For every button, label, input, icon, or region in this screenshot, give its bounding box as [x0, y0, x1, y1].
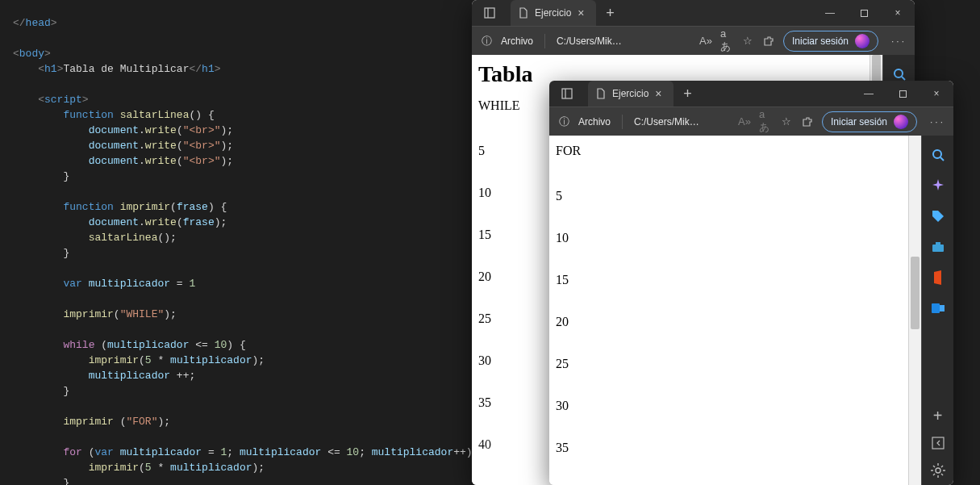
- code-token: <=: [189, 339, 214, 351]
- code-editor[interactable]: </head> <body> <h1>Tabla de Multiplicar<…: [0, 0, 472, 485]
- titlebar[interactable]: Ejercicio × + — ×: [549, 81, 953, 107]
- code-token: (: [139, 354, 145, 366]
- window-minimize-button[interactable]: —: [813, 0, 847, 26]
- code-token: [82, 278, 89, 290]
- code-token: );: [215, 216, 227, 228]
- code-token: "<br>": [183, 140, 221, 152]
- code-token: imprimir: [120, 201, 170, 213]
- tab-close-button[interactable]: ×: [655, 87, 661, 100]
- collapse-sidebar-icon[interactable]: [930, 435, 946, 451]
- svg-point-2: [895, 69, 903, 77]
- window-maximize-button[interactable]: [886, 81, 920, 107]
- code-token: [13, 232, 89, 244]
- code-token: document: [89, 216, 139, 228]
- browser-tab[interactable]: Ejercicio ×: [511, 0, 596, 26]
- code-token: "<br>": [183, 155, 221, 167]
- new-tab-button[interactable]: +: [596, 5, 625, 22]
- svg-rect-4: [562, 89, 572, 98]
- code-token: ++;: [170, 370, 195, 382]
- tag-icon[interactable]: [930, 208, 946, 224]
- toolbox-icon[interactable]: [930, 239, 946, 255]
- code-token: write: [145, 155, 177, 167]
- code-token: script: [44, 94, 82, 106]
- svg-line-18: [933, 466, 935, 467]
- address-path[interactable]: C:/Users/Mik…: [634, 116, 699, 128]
- extensions-icon[interactable]: [801, 115, 814, 128]
- divider: [544, 34, 545, 48]
- svg-rect-11: [940, 305, 945, 311]
- tab-close-button[interactable]: ×: [578, 6, 584, 19]
- sign-in-button[interactable]: Iniciar sesión: [783, 31, 878, 52]
- code-token: imprimir: [89, 462, 139, 474]
- code-token: multiplicador: [89, 278, 170, 290]
- sparkle-icon[interactable]: [930, 178, 946, 194]
- code-token: [13, 339, 63, 351]
- read-aloud-icon[interactable]: A»: [738, 115, 751, 128]
- favorite-icon[interactable]: ☆: [741, 35, 754, 48]
- code-token: [13, 124, 89, 136]
- code-token: =: [202, 446, 220, 458]
- address-path[interactable]: C:/Users/Mik…: [557, 36, 622, 47]
- code-token: write: [145, 216, 177, 228]
- more-menu-button[interactable]: ···: [930, 116, 945, 128]
- code-token: 10: [347, 446, 360, 458]
- code-token: >: [82, 94, 89, 106]
- office-icon[interactable]: [930, 270, 946, 286]
- code-token: ) {: [227, 339, 245, 351]
- code-token: for: [63, 446, 81, 458]
- titlebar[interactable]: Ejercicio × + — ×: [472, 0, 915, 26]
- code-token: ;: [227, 446, 240, 458]
- code-token: imprimir: [63, 308, 113, 320]
- info-icon[interactable]: ⓘ: [557, 115, 570, 128]
- code-token: imprimir: [89, 354, 139, 366]
- output-line: 10: [556, 231, 907, 245]
- search-icon[interactable]: [891, 66, 907, 82]
- window-close-button[interactable]: ×: [920, 81, 953, 107]
- code-token: write: [145, 140, 177, 152]
- code-token: ;: [359, 446, 372, 458]
- code-token: var: [94, 446, 113, 458]
- code-token: [114, 446, 120, 458]
- window-close-button[interactable]: ×: [881, 0, 915, 26]
- tab-actions-button[interactable]: [472, 0, 507, 26]
- code-token: multiplicador: [372, 446, 453, 458]
- avatar-icon: [855, 34, 869, 48]
- code-token: (: [94, 339, 107, 351]
- svg-point-6: [933, 150, 941, 158]
- vertical-scrollbar[interactable]: [908, 136, 921, 485]
- code-token: }: [13, 385, 69, 397]
- outlook-icon[interactable]: [930, 300, 946, 316]
- tab-title: Ejercicio: [612, 88, 648, 99]
- svg-line-21: [933, 474, 935, 475]
- output-line: 5: [556, 189, 907, 203]
- code-token: );: [252, 462, 265, 474]
- settings-icon[interactable]: [930, 462, 946, 479]
- code-token: saltarLinea: [89, 232, 158, 244]
- more-menu-button[interactable]: ···: [891, 36, 907, 47]
- window-maximize-button[interactable]: [847, 0, 881, 26]
- sign-in-button[interactable]: Iniciar sesión: [822, 111, 917, 132]
- code-token: 5: [145, 354, 152, 366]
- read-aloud-icon[interactable]: A»: [699, 35, 712, 48]
- code-token: 5: [145, 462, 152, 474]
- translate-icon[interactable]: aあ: [759, 115, 772, 128]
- scrollbar-thumb[interactable]: [911, 257, 920, 329]
- window-minimize-button[interactable]: —: [852, 81, 886, 107]
- code-token: [114, 109, 120, 121]
- info-icon[interactable]: ⓘ: [480, 35, 493, 48]
- address-bar: ⓘ Archivo C:/Users/Mik… A» aあ ☆ Iniciar …: [472, 26, 915, 55]
- code-token: <: [13, 48, 19, 60]
- code-token: (: [170, 201, 177, 213]
- code-token: document: [89, 124, 139, 136]
- search-icon[interactable]: [930, 147, 946, 163]
- new-tab-button[interactable]: +: [673, 86, 703, 102]
- tab-actions-button[interactable]: [549, 81, 585, 107]
- browser-tab[interactable]: Ejercicio ×: [588, 81, 673, 107]
- code-token: );: [252, 354, 265, 366]
- translate-icon[interactable]: aあ: [720, 35, 733, 48]
- add-sidebar-icon[interactable]: +: [930, 408, 946, 424]
- extensions-icon[interactable]: [762, 35, 775, 48]
- code-token: .: [139, 124, 145, 136]
- favorite-icon[interactable]: ☆: [780, 115, 793, 128]
- code-token: *: [152, 462, 170, 474]
